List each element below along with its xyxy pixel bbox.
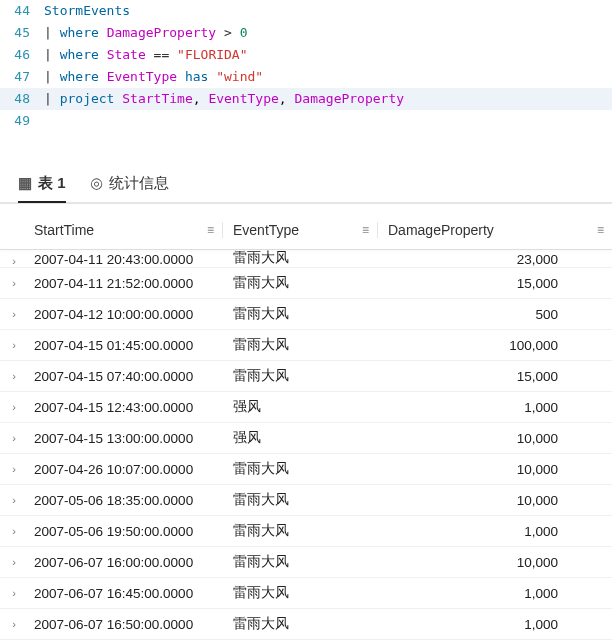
- cell-damageproperty: 15,000: [378, 369, 612, 384]
- cell-starttime: 2007-04-11 20:43:00.0000: [28, 252, 223, 267]
- cell-starttime: 2007-04-12 10:00:00.0000: [28, 307, 223, 322]
- table-row[interactable]: ›2007-05-06 19:50:00.0000雷雨大风1,000: [0, 516, 612, 547]
- cell-damageproperty: 1,000: [378, 524, 612, 539]
- chevron-right-icon[interactable]: ›: [0, 618, 28, 630]
- table-row[interactable]: ›2007-04-15 01:45:00.0000雷雨大风100,000: [0, 330, 612, 361]
- cell-damageproperty: 1,000: [378, 586, 612, 601]
- cell-eventtype: 雷雨大风: [223, 305, 378, 323]
- code-editor[interactable]: 44StormEvents45| where DamageProperty > …: [0, 0, 612, 132]
- column-menu-icon[interactable]: ≡: [362, 223, 369, 237]
- table-icon: ▦: [18, 174, 32, 192]
- code-line[interactable]: 49: [0, 110, 612, 132]
- cell-starttime: 2007-04-26 10:07:00.0000: [28, 462, 223, 477]
- cell-damageproperty: 15,000: [378, 276, 612, 291]
- table-body: ›2007-04-11 20:43:00.0000雷雨大风23,000›2007…: [0, 250, 612, 641]
- table-row[interactable]: ›2007-06-07 16:45:00.0000雷雨大风1,000: [0, 578, 612, 609]
- table-row[interactable]: ›2007-04-15 13:00:00.0000强风10,000: [0, 423, 612, 454]
- chevron-right-icon[interactable]: ›: [0, 463, 28, 475]
- cell-eventtype: 雷雨大风: [223, 367, 378, 385]
- chevron-right-icon[interactable]: ›: [0, 308, 28, 320]
- cell-damageproperty: 100,000: [378, 338, 612, 353]
- column-label: EventType: [233, 222, 299, 238]
- cell-eventtype: 雷雨大风: [223, 274, 378, 292]
- results-tabs: ▦ 表 1 ◎ 统计信息: [0, 162, 612, 204]
- tab-stats[interactable]: ◎ 统计信息: [90, 174, 169, 201]
- tab-stats-label: 统计信息: [109, 174, 169, 193]
- column-header-starttime[interactable]: StartTime ≡: [28, 222, 223, 238]
- line-number: 47: [0, 66, 44, 88]
- cell-starttime: 2007-06-07 16:45:00.0000: [28, 586, 223, 601]
- code-content[interactable]: | where DamageProperty > 0: [44, 22, 248, 44]
- cell-eventtype: 强风: [223, 398, 378, 416]
- cell-starttime: 2007-04-15 01:45:00.0000: [28, 338, 223, 353]
- column-label: StartTime: [34, 222, 94, 238]
- code-line[interactable]: 48| project StartTime, EventType, Damage…: [0, 88, 612, 110]
- cell-eventtype: 雷雨大风: [223, 491, 378, 509]
- chevron-right-icon[interactable]: ›: [0, 401, 28, 413]
- cell-eventtype: 强风: [223, 429, 378, 447]
- table-row[interactable]: ›2007-04-11 20:43:00.0000雷雨大风23,000: [0, 250, 612, 268]
- chevron-right-icon[interactable]: ›: [0, 370, 28, 382]
- chevron-right-icon[interactable]: ›: [0, 525, 28, 537]
- column-menu-icon[interactable]: ≡: [597, 223, 604, 237]
- chevron-right-icon[interactable]: ›: [0, 432, 28, 444]
- column-menu-icon[interactable]: ≡: [207, 223, 214, 237]
- cell-eventtype: 雷雨大风: [223, 460, 378, 478]
- chevron-right-icon[interactable]: ›: [0, 494, 28, 506]
- cell-eventtype: 雷雨大风: [223, 250, 378, 267]
- code-content[interactable]: | where State == "FLORIDA": [44, 44, 248, 66]
- code-line[interactable]: 45| where DamageProperty > 0: [0, 22, 612, 44]
- code-content[interactable]: | project StartTime, EventType, DamagePr…: [44, 88, 404, 110]
- header-divider: [0, 249, 612, 250]
- cell-starttime: 2007-05-06 19:50:00.0000: [28, 524, 223, 539]
- code-content[interactable]: | where EventType has "wind": [44, 66, 263, 88]
- line-number: 49: [0, 110, 44, 132]
- table-header-row: StartTime ≡ EventType ≡ DamageProperty ≡: [0, 210, 612, 250]
- tab-table-1[interactable]: ▦ 表 1: [18, 174, 66, 201]
- table-row[interactable]: ›2007-04-12 10:00:00.0000雷雨大风500: [0, 299, 612, 330]
- line-number: 44: [0, 0, 44, 22]
- code-content[interactable]: StormEvents: [44, 0, 130, 22]
- table-row[interactable]: ›2007-04-15 12:43:00.0000强风1,000: [0, 392, 612, 423]
- table-row[interactable]: ›2007-04-26 10:07:00.0000雷雨大风10,000: [0, 454, 612, 485]
- chevron-right-icon[interactable]: ›: [0, 255, 28, 267]
- cell-damageproperty: 1,000: [378, 617, 612, 632]
- cell-damageproperty: 10,000: [378, 555, 612, 570]
- cell-damageproperty: 10,000: [378, 431, 612, 446]
- chevron-right-icon[interactable]: ›: [0, 277, 28, 289]
- chevron-right-icon[interactable]: ›: [0, 556, 28, 568]
- cell-damageproperty: 1,000: [378, 400, 612, 415]
- cell-damageproperty: 10,000: [378, 462, 612, 477]
- code-line[interactable]: 44StormEvents: [0, 0, 612, 22]
- cell-eventtype: 雷雨大风: [223, 336, 378, 354]
- cell-starttime: 2007-04-15 12:43:00.0000: [28, 400, 223, 415]
- code-line[interactable]: 46| where State == "FLORIDA": [0, 44, 612, 66]
- cell-damageproperty: 23,000: [378, 252, 612, 267]
- cell-eventtype: 雷雨大风: [223, 584, 378, 602]
- column-header-eventtype[interactable]: EventType ≡: [223, 222, 378, 238]
- cell-starttime: 2007-04-15 13:00:00.0000: [28, 431, 223, 446]
- cell-damageproperty: 500: [378, 307, 612, 322]
- cell-starttime: 2007-04-11 21:52:00.0000: [28, 276, 223, 291]
- cell-eventtype: 雷雨大风: [223, 522, 378, 540]
- line-number: 46: [0, 44, 44, 66]
- code-line[interactable]: 47| where EventType has "wind": [0, 66, 612, 88]
- table-row[interactable]: ›2007-06-07 16:50:00.0000雷雨大风1,000: [0, 609, 612, 640]
- cell-starttime: 2007-06-07 16:00:00.0000: [28, 555, 223, 570]
- chevron-right-icon[interactable]: ›: [0, 587, 28, 599]
- table-row[interactable]: ›2007-04-15 07:40:00.0000雷雨大风15,000: [0, 361, 612, 392]
- line-number: 45: [0, 22, 44, 44]
- cell-eventtype: 雷雨大风: [223, 615, 378, 633]
- target-icon: ◎: [90, 174, 103, 192]
- line-number: 48: [0, 88, 44, 110]
- tab-table-label: 表 1: [38, 174, 66, 193]
- chevron-right-icon[interactable]: ›: [0, 339, 28, 351]
- cell-starttime: 2007-06-07 16:50:00.0000: [28, 617, 223, 632]
- table-row[interactable]: ›2007-06-07 16:00:00.0000雷雨大风10,000: [0, 547, 612, 578]
- table-row[interactable]: ›2007-05-06 18:35:00.0000雷雨大风10,000: [0, 485, 612, 516]
- column-header-damageproperty[interactable]: DamageProperty ≡: [378, 222, 612, 238]
- cell-starttime: 2007-04-15 07:40:00.0000: [28, 369, 223, 384]
- column-label: DamageProperty: [388, 222, 494, 238]
- table-row[interactable]: ›2007-04-11 21:52:00.0000雷雨大风15,000: [0, 268, 612, 299]
- cell-eventtype: 雷雨大风: [223, 553, 378, 571]
